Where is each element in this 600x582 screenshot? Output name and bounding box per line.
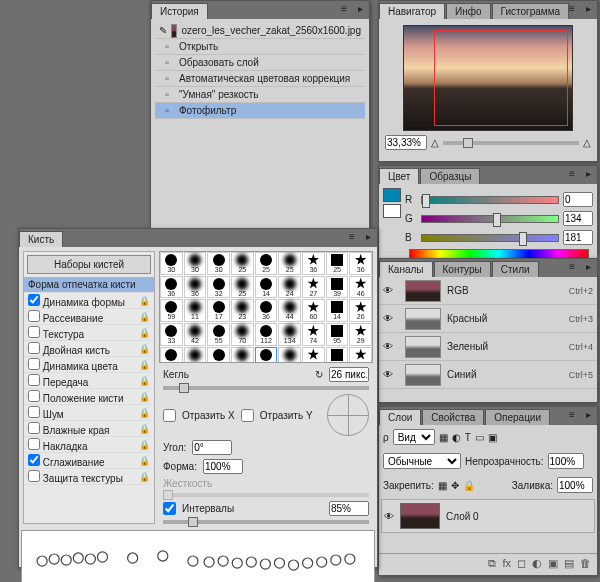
brush-tip-cell[interactable]: 25 [326,252,349,275]
channel-row[interactable]: 👁RGBCtrl+2 [379,277,597,305]
brush-tip-cell[interactable]: 32 [207,276,230,299]
brush-tip-cell[interactable]: 36 [207,347,230,363]
lock-icon[interactable]: 🔒 [139,456,150,466]
brush-tip-cell[interactable]: 39 [302,347,325,363]
mask-icon[interactable]: ◻ [517,557,526,570]
brush-option[interactable]: Динамика цвета🔒 [24,357,154,373]
lock-icon[interactable]: 🔒 [139,360,150,370]
zoom-input[interactable] [385,135,427,150]
brush-tip-cell[interactable]: 36 [160,276,183,299]
tab-Слои[interactable]: Слои [379,409,421,425]
r-slider[interactable] [421,196,559,204]
zoom-out-icon[interactable]: △ [431,137,439,148]
trash-icon[interactable]: 🗑 [580,557,591,570]
brush-tip-cell[interactable]: 46 [349,276,372,299]
brush-tip-cell[interactable]: 60 [302,299,325,322]
flip-size-icon[interactable]: ↻ [315,369,323,380]
panel-menu-icon[interactable]: ≡ [565,260,579,274]
brush-tip-cell[interactable]: 95 [326,323,349,346]
lock-icon[interactable]: 🔒 [139,408,150,418]
angle-input[interactable] [192,440,232,455]
brush-option[interactable]: Влажные края🔒 [24,421,154,437]
brush-presets-button[interactable]: Наборы кистей [27,255,151,274]
brush-tip-cell[interactable]: 112 [255,323,278,346]
filter-smart-icon[interactable]: ▣ [488,432,497,443]
filter-kind-select[interactable]: Вид [393,429,435,445]
collapse-icon[interactable]: ▸ [581,2,595,16]
option-checkbox[interactable] [28,470,40,482]
tab-Навигатор[interactable]: Навигатор [379,3,445,19]
tab-Гистограмма[interactable]: Гистограмма [492,3,570,19]
link-icon[interactable]: ⧉ [488,557,496,570]
lock-icon[interactable]: 🔒 [139,344,150,354]
roundness-input[interactable] [203,459,243,474]
g-slider[interactable] [421,215,559,223]
brush-tip-cell[interactable]: 30 [160,252,183,275]
tab-Инфо[interactable]: Инфо [446,3,491,19]
history-step[interactable]: ▫Автоматическая цветовая коррекция [155,71,365,87]
brush-tip-cell[interactable]: 42 [184,323,207,346]
filter-shape-icon[interactable]: ▭ [475,432,484,443]
filter-type-icon[interactable]: T [465,432,471,443]
brush-tip-cell[interactable]: 66 [278,347,301,363]
spacing-checkbox[interactable] [163,502,176,515]
group-icon[interactable]: ▣ [548,557,558,570]
b-input[interactable] [563,230,593,245]
lock-icon[interactable]: 🔒 [139,296,150,306]
opacity-input[interactable] [548,453,584,469]
lock-pixels-icon[interactable]: ▦ [438,480,447,491]
tab-Цвет[interactable]: Цвет [379,168,419,184]
filter-adjust-icon[interactable]: ◐ [452,432,461,443]
brush-option[interactable]: Рассеивание🔒 [24,309,154,325]
brush-tip-cell[interactable]: 63 [326,347,349,363]
brush-tip-cell[interactable]: 24 [278,276,301,299]
brush-tip-cell[interactable]: 134 [278,323,301,346]
brush-tip-cell[interactable]: 63 [255,347,278,363]
history-source-row[interactable]: ✎ ozero_les_vecher_zakat_2560x1600.jpg [155,23,365,39]
brush-tip-cell[interactable]: 25 [255,252,278,275]
brush-tip-cell[interactable]: 36 [184,276,207,299]
size-slider[interactable] [163,386,369,390]
channel-row[interactable]: 👁КрасныйCtrl+3 [379,305,597,333]
brush-tip-shape[interactable]: Форма отпечатка кисти [24,277,154,293]
channel-row[interactable]: 👁ЗеленыйCtrl+4 [379,333,597,361]
tab-Стили[interactable]: Стили [492,261,539,277]
lock-icon[interactable]: 🔒 [139,472,150,482]
option-checkbox[interactable] [28,310,40,322]
collapse-icon[interactable]: ▸ [361,230,375,244]
brush-tip-cell[interactable]: 29 [349,323,372,346]
lock-icon[interactable]: 🔒 [139,440,150,450]
tab-Образцы[interactable]: Образцы [420,168,480,184]
history-step[interactable]: ▫Образовать слой [155,55,365,71]
brush-tip-cell[interactable]: 36 [349,252,372,275]
brush-tip-cell[interactable]: 25 [278,252,301,275]
collapse-icon[interactable]: ▸ [353,2,367,16]
brush-tip-cell[interactable]: 192 [160,347,183,363]
spacing-input[interactable] [329,501,369,516]
brush-tip-cell[interactable]: 25 [231,276,254,299]
lock-position-icon[interactable]: ✥ [451,480,459,491]
history-step[interactable]: ▫"Умная" резкость [155,87,365,103]
brush-tip-cell[interactable]: 11 [349,347,372,363]
visibility-icon[interactable]: 👁 [383,285,399,296]
tab-Каналы[interactable]: Каналы [379,261,433,277]
option-checkbox[interactable] [28,390,40,402]
g-input[interactable] [563,211,593,226]
brush-tip-cell[interactable]: 23 [231,299,254,322]
flip-y-checkbox[interactable] [241,409,254,422]
brush-tip-cell[interactable]: 14 [255,276,278,299]
collapse-icon[interactable]: ▸ [581,260,595,274]
panel-menu-icon[interactable]: ≡ [337,2,351,16]
brush-option[interactable]: Динамика формы🔒 [24,293,154,309]
brush-tip-cell[interactable]: 17 [207,299,230,322]
b-slider[interactable] [421,234,559,242]
brush-tip-cell[interactable]: 33 [160,323,183,346]
size-input[interactable] [329,367,369,382]
option-checkbox[interactable] [28,358,40,370]
blend-mode-select[interactable]: Обычные [383,453,461,469]
brush-tip-cell[interactable]: 59 [160,299,183,322]
brush-tip-grid[interactable]: 3030302525253625363636322514242739465911… [159,251,373,363]
spacing-slider[interactable] [163,520,369,524]
brush-tip-cell[interactable]: 74 [302,323,325,346]
brush-option[interactable]: Сглаживание🔒 [24,453,154,469]
